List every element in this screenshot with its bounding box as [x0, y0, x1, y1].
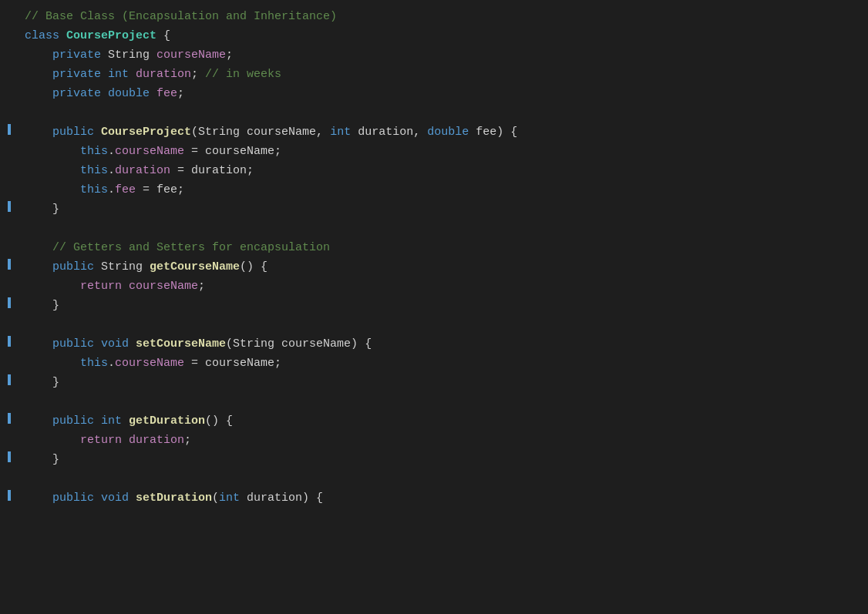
code-line: public CourseProject(String courseName, …: [0, 123, 868, 143]
line-gutter: [0, 413, 11, 424]
token: .: [108, 357, 115, 370]
token: .: [108, 145, 115, 158]
token: int: [101, 414, 129, 428]
code-line: [0, 393, 868, 412]
code-line: public void setDuration(int duration) {: [0, 489, 868, 508]
code-line: }: [0, 451, 868, 470]
token: ;: [198, 280, 205, 293]
line-content: this.fee = fee;: [17, 181, 853, 199]
token: = fee;: [136, 183, 184, 196]
token: (: [212, 492, 219, 505]
line-content: }: [17, 297, 853, 314]
token: public: [52, 337, 101, 351]
code-line: private double fee;: [0, 85, 868, 104]
code-line: public String getCourseName() {: [0, 258, 868, 277]
line-content: public String getCourseName() {: [17, 258, 853, 276]
token: private: [52, 87, 108, 100]
token: courseName: [115, 145, 184, 158]
token: (: [191, 126, 198, 139]
line-gutter: [0, 297, 11, 308]
code-line: [0, 104, 868, 123]
token: () {: [205, 414, 233, 428]
line-gutter: [0, 259, 11, 270]
line-content: public void setCourseName(String courseN…: [17, 335, 853, 353]
line-content: // Base Class (Encapsulation and Inherit…: [17, 8, 853, 25]
line-content: this.courseName = courseName;: [17, 354, 853, 372]
token: {: [156, 29, 170, 42]
line-gutter: [0, 201, 11, 212]
token: public: [52, 260, 101, 273]
code-line: public int getDuration() {: [0, 412, 868, 431]
token: public: [52, 492, 101, 505]
token: (: [226, 337, 233, 351]
gutter-mark: [8, 413, 11, 424]
token: fee) {: [476, 126, 517, 139]
line-content: return duration;: [17, 431, 853, 449]
token: this: [80, 183, 108, 196]
token: ;: [177, 87, 184, 100]
token: String: [108, 49, 156, 62]
token: public: [52, 126, 101, 139]
line-content: public int getDuration() {: [17, 412, 853, 430]
code-line: [0, 220, 868, 239]
line-content: public void setDuration(int duration) {: [17, 489, 853, 507]
line-content: }: [17, 200, 853, 218]
line-gutter: [0, 336, 11, 347]
gutter-mark: [8, 374, 11, 385]
token: public: [52, 414, 101, 428]
line-content: }: [17, 374, 853, 391]
token: private: [52, 49, 108, 62]
code-line: public void setCourseName(String courseN…: [0, 335, 868, 354]
gutter-mark: [8, 259, 11, 270]
token: courseName: [156, 49, 226, 62]
token: ;: [191, 68, 205, 81]
token: this: [80, 145, 108, 158]
gutter-mark: [8, 297, 11, 308]
token: class: [25, 29, 66, 42]
code-line: private int duration; // in weeks: [0, 65, 868, 85]
line-content: return courseName;: [17, 277, 853, 295]
line-content: [17, 220, 853, 237]
line-content: this.courseName = courseName;: [17, 143, 853, 160]
token: this: [80, 357, 108, 370]
token: // Getters and Setters for encapsulation: [52, 241, 330, 254]
token: duration: [136, 68, 191, 81]
token: fee: [115, 183, 136, 196]
code-line: }: [0, 374, 868, 393]
token: return: [80, 434, 129, 447]
token: fee: [156, 87, 177, 100]
token: return: [80, 280, 129, 293]
token: = duration;: [170, 164, 254, 177]
line-content: }: [17, 451, 853, 468]
token: duration,: [358, 126, 427, 139]
token: void: [101, 337, 136, 351]
line-gutter: [0, 490, 11, 501]
token: duration: [129, 434, 184, 447]
token: = courseName;: [184, 357, 281, 370]
line-content: // Getters and Setters for encapsulation: [17, 239, 853, 257]
token: setDuration: [136, 492, 212, 505]
gutter-mark: [8, 451, 11, 462]
gutter-mark: [8, 336, 11, 347]
token: courseName: [129, 280, 198, 293]
token: duration) {: [247, 492, 323, 505]
token: duration: [115, 164, 170, 177]
token: String: [233, 337, 281, 351]
line-content: [17, 393, 853, 411]
code-line: [0, 470, 868, 489]
token: ;: [184, 434, 191, 447]
code-line: this.courseName = courseName;: [0, 143, 868, 162]
line-gutter: [0, 124, 11, 135]
token: double: [108, 87, 156, 100]
code-line: [0, 316, 868, 335]
line-gutter: [0, 451, 11, 462]
token: String: [101, 260, 150, 273]
code-line: }: [0, 200, 868, 220]
token: courseName,: [247, 126, 330, 139]
gutter-mark: [8, 201, 11, 212]
token: double: [427, 126, 476, 139]
line-content: this.duration = duration;: [17, 162, 853, 180]
token: () {: [240, 260, 267, 273]
token: courseName) {: [281, 337, 372, 351]
token: int: [219, 492, 247, 505]
